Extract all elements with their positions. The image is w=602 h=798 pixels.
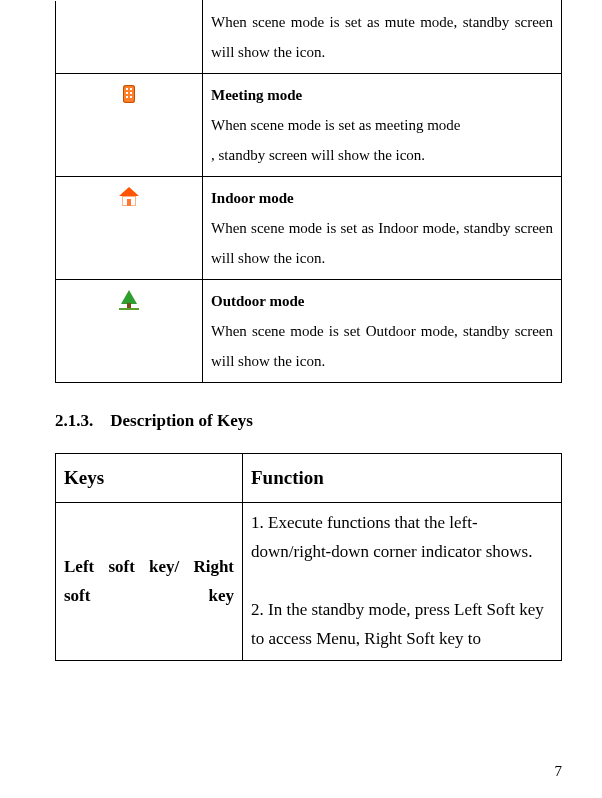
desc-cell: Meeting mode When scene mode is set as m…: [203, 74, 562, 177]
keys-header-col2: Function: [243, 454, 562, 503]
key-name-cell: Left soft key/ Right soft key: [56, 503, 243, 660]
key-name: Left soft key/ Right soft key: [64, 553, 234, 611]
key-function-text: 2. In the standby mode, press Left Soft …: [251, 600, 544, 648]
keys-table: Keys Function Left soft key/ Right soft …: [55, 453, 562, 661]
section-title: Description of Keys: [110, 411, 253, 430]
table-row: Keys Function: [56, 454, 562, 503]
row-title: Indoor mode: [211, 190, 294, 206]
outdoor-mode-icon: [119, 290, 139, 310]
icon-cell: [56, 74, 203, 177]
page-number: 7: [555, 763, 563, 780]
page: When scene mode is set as mute mode, sta…: [0, 0, 602, 798]
icon-cell: [56, 280, 203, 383]
row-title: Meeting mode: [211, 87, 302, 103]
row-desc: When scene mode is set as Indoor mode, s…: [211, 220, 553, 266]
table-row: Indoor mode When scene mode is set as In…: [56, 177, 562, 280]
keys-header-col1: Keys: [56, 454, 243, 503]
section-number: 2.1.3.: [55, 411, 93, 430]
row-desc: When scene mode is set as mute mode, sta…: [211, 14, 553, 60]
row-desc: When scene mode is set as meeting mode: [211, 117, 461, 133]
icon-cell: [56, 1, 203, 74]
row-desc: When scene mode is set Outdoor mode, sta…: [211, 323, 553, 369]
table-row: When scene mode is set as mute mode, sta…: [56, 1, 562, 74]
table-row: Outdoor mode When scene mode is set Outd…: [56, 280, 562, 383]
row-desc: , standby screen will show the icon.: [211, 147, 425, 163]
desc-cell: When scene mode is set as mute mode, sta…: [203, 1, 562, 74]
row-title: Outdoor mode: [211, 293, 304, 309]
indoor-mode-icon: [119, 187, 139, 207]
section-heading: 2.1.3. Description of Keys: [55, 411, 562, 431]
desc-cell: Indoor mode When scene mode is set as In…: [203, 177, 562, 280]
desc-cell: Outdoor mode When scene mode is set Outd…: [203, 280, 562, 383]
key-function-cell: 1. Execute functions that the left-down/…: [243, 503, 562, 660]
table-row: Meeting mode When scene mode is set as m…: [56, 74, 562, 177]
icon-cell: [56, 177, 203, 280]
scene-modes-table: When scene mode is set as mute mode, sta…: [55, 0, 562, 383]
key-function-text: 1. Execute functions that the left-down/…: [251, 513, 532, 561]
meeting-mode-icon: [120, 84, 138, 104]
table-row: Left soft key/ Right soft key 1. Execute…: [56, 503, 562, 660]
